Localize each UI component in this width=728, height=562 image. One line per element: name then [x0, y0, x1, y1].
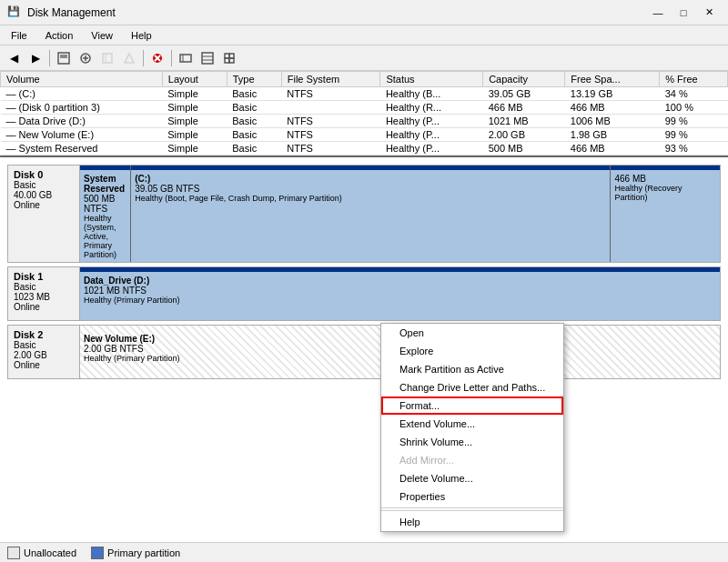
cell-pct: 93 %	[660, 142, 728, 156]
close-button[interactable]: ✕	[697, 3, 721, 23]
partition-size: 500 MB NTFS	[84, 194, 126, 214]
cell-capacity: 466 MB	[483, 101, 565, 115]
legend-unallocated: Unallocated	[7, 547, 76, 559]
toolbar-back[interactable]: ◀	[4, 48, 24, 68]
disk-name: Disk 0	[14, 169, 74, 180]
col-pct: % Free	[660, 72, 728, 87]
cell-free: 13.19 GB	[565, 87, 660, 101]
table-row[interactable]: — (Disk 0 partition 3) Simple Basic Heal…	[1, 101, 728, 115]
partition[interactable]: Data_Drive (D:) 1021 MB NTFS Healthy (Pr…	[80, 267, 720, 320]
menu-bar: File Action View Help	[0, 25, 728, 45]
cell-volume: — (C:)	[1, 87, 163, 101]
context-menu-item[interactable]: Help	[381, 513, 563, 531]
menu-view[interactable]: View	[84, 28, 120, 43]
context-menu-item[interactable]: Delete Volume...	[381, 469, 563, 487]
disk-partitions: Data_Drive (D:) 1021 MB NTFS Healthy (Pr…	[80, 266, 721, 321]
toolbar-btn-5[interactable]	[176, 48, 196, 68]
cell-type: Basic	[227, 128, 281, 142]
table-row[interactable]: — Data Drive (D:) Simple Basic NTFS Heal…	[1, 115, 728, 128]
legend-box-primary	[91, 547, 104, 559]
disk-label: Disk 1 Basic 1023 MB Online	[7, 266, 80, 321]
toolbar-btn-7[interactable]	[219, 48, 239, 68]
table-row[interactable]: — System Reserved Simple Basic NTFS Heal…	[1, 142, 728, 156]
cell-status: Healthy (R...	[380, 101, 483, 115]
partition-size: 39.05 GB NTFS	[135, 184, 606, 194]
cell-volume: — (Disk 0 partition 3)	[1, 101, 163, 115]
cell-pct: 34 %	[660, 87, 728, 101]
toolbar-btn-1[interactable]	[54, 48, 74, 68]
cell-capacity: 2.00 GB	[483, 128, 565, 142]
cell-volume: — Data Drive (D:)	[1, 115, 163, 128]
partition[interactable]: (C:) 39.05 GB NTFS Healthy (Boot, Page F…	[131, 166, 611, 262]
cell-layout: Simple	[162, 101, 227, 115]
toolbar-btn-2[interactable]	[76, 48, 96, 68]
toolbar-btn-4[interactable]	[119, 48, 139, 68]
disk-label: Disk 0 Basic 40.00 GB Online	[7, 165, 80, 263]
toolbar-btn-3[interactable]	[97, 48, 117, 68]
toolbar-forward[interactable]: ▶	[25, 48, 46, 68]
cell-type: Basic	[227, 87, 281, 101]
partition-status: Healthy (Primary Partition)	[84, 296, 716, 305]
context-menu-item[interactable]: Shrink Volume...	[381, 433, 563, 451]
context-menu-item[interactable]: Mark Partition as Active	[381, 360, 563, 378]
disk-row: Disk 0 Basic 40.00 GB Online System Rese…	[7, 165, 721, 263]
cell-status: Healthy (B...	[380, 87, 483, 101]
context-menu-item[interactable]: Change Drive Letter and Paths...	[381, 378, 563, 396]
legend-box-unallocated	[7, 547, 20, 559]
context-menu-item: Add Mirror...	[381, 451, 563, 469]
table-row[interactable]: — (C:) Simple Basic NTFS Healthy (B... 3…	[1, 87, 728, 101]
svg-rect-11	[180, 55, 191, 62]
disk-type: Basic	[14, 180, 74, 190]
toolbar-btn-red[interactable]	[147, 48, 167, 68]
menu-action[interactable]: Action	[38, 28, 81, 43]
cell-capacity: 39.05 GB	[483, 87, 565, 101]
partition-status: Healthy (Boot, Page File, Crash Dump, Pr…	[135, 194, 606, 203]
minimize-button[interactable]: —	[646, 3, 670, 23]
cell-fs	[281, 101, 380, 115]
legend-label-unallocated: Unallocated	[24, 547, 76, 558]
partition-size: 1021 MB NTFS	[84, 286, 716, 296]
partition-size: 466 MB	[614, 174, 716, 184]
context-menu: OpenExploreMark Partition as ActiveChang…	[380, 323, 564, 532]
partition-name: System Reserved	[84, 174, 126, 194]
cell-type: Basic	[227, 101, 281, 115]
context-menu-item[interactable]: Properties	[381, 487, 563, 506]
context-menu-item[interactable]: Extend Volume...	[381, 415, 563, 433]
toolbar-btn-6[interactable]	[197, 48, 217, 68]
cell-fs: NTFS	[281, 128, 380, 142]
partition-status: Healthy (Recovery Partition)	[614, 184, 716, 202]
col-volume: Volume	[1, 72, 163, 87]
table-row[interactable]: — New Volume (E:) Simple Basic NTFS Heal…	[1, 128, 728, 142]
col-layout: Layout	[162, 72, 227, 87]
context-menu-item[interactable]: Open	[381, 324, 563, 342]
context-menu-separator	[381, 507, 563, 508]
toolbar-separator-1	[49, 50, 50, 66]
cell-status: Healthy (P...	[380, 128, 483, 142]
legend-label-primary: Primary partition	[107, 547, 180, 558]
partition-name: Data_Drive (D:)	[84, 276, 716, 286]
cell-free: 1.98 GB	[565, 128, 660, 142]
col-free: Free Spa...	[565, 72, 660, 87]
cell-layout: Simple	[162, 87, 227, 101]
cell-layout: Simple	[162, 128, 227, 142]
context-menu-item[interactable]: Explore	[381, 342, 563, 360]
menu-help[interactable]: Help	[124, 28, 159, 43]
context-menu-separator	[381, 510, 563, 511]
table-scroll[interactable]: Volume Layout Type File System Status Ca…	[0, 71, 728, 156]
menu-file[interactable]: File	[4, 28, 35, 43]
partition[interactable]: 466 MB Healthy (Recovery Partition)	[611, 166, 720, 262]
toolbar: ◀ ▶	[0, 45, 728, 71]
cell-volume: — System Reserved	[1, 142, 163, 156]
disk-row: Disk 1 Basic 1023 MB Online Data_Drive (…	[7, 266, 721, 321]
col-filesystem: File System	[281, 72, 380, 87]
partition[interactable]: System Reserved 500 MB NTFS Healthy (Sys…	[80, 166, 131, 262]
maximize-button[interactable]: □	[672, 3, 695, 23]
cell-pct: 100 %	[660, 101, 728, 115]
disk-type: Basic	[14, 340, 74, 350]
disk-partitions: System Reserved 500 MB NTFS Healthy (Sys…	[80, 165, 721, 263]
context-menu-item[interactable]: Format...	[381, 396, 563, 415]
cell-type: Basic	[227, 142, 281, 156]
disk-size: 1023 MB	[14, 292, 74, 302]
svg-marker-7	[125, 54, 134, 63]
table-header-row: Volume Layout Type File System Status Ca…	[1, 72, 728, 87]
